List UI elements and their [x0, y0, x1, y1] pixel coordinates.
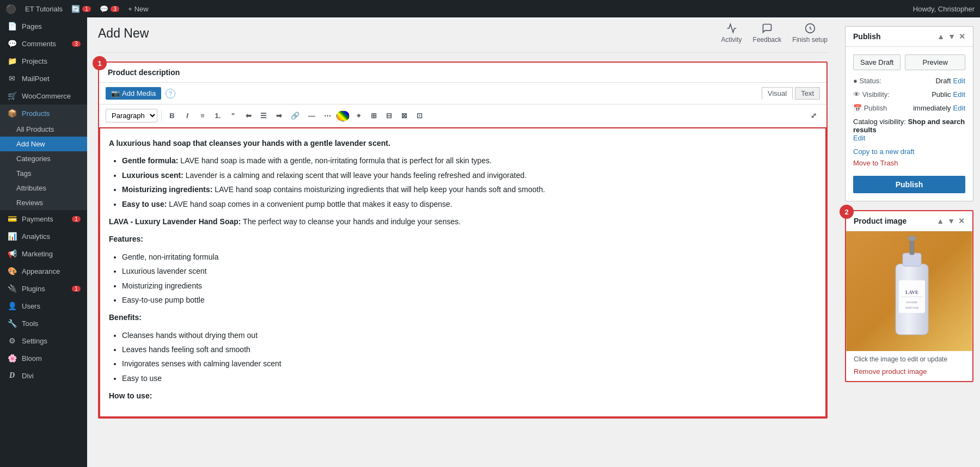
sidebar-item-settings[interactable]: ⚙ Settings: [0, 332, 87, 349]
product-image-preview[interactable]: LAVE lavender hand soap: [846, 231, 972, 351]
visual-tab[interactable]: Visual: [762, 87, 793, 100]
sidebar-item-pages[interactable]: 📄 Pages: [0, 17, 87, 35]
schedule-edit-link[interactable]: Edit: [953, 104, 965, 112]
align-center-button[interactable]: ☰: [257, 109, 270, 122]
admin-bar: ⚫ ET Tutorials 🔄 1 💬 3 + New Howdy, Chri…: [0, 0, 980, 17]
sidebar-item-marketing[interactable]: 📢 Marketing: [0, 245, 87, 262]
sidebar-item-users-label: Users: [22, 302, 40, 310]
special-char-button-2[interactable]: ⊞: [367, 109, 380, 122]
admin-bar-new[interactable]: + New: [128, 5, 149, 13]
editor-toolbar: Paragraph B I ≡ 1. " ⬅ ☰ ➡ 🔗 — ⋯ ⌖ ⊞: [99, 105, 826, 127]
catalog-edit-link[interactable]: Edit: [853, 134, 865, 142]
sidebar-item-comments[interactable]: 💬 Comments 3: [0, 35, 87, 52]
move-trash-link[interactable]: Move to Trash: [853, 159, 965, 167]
italic-button[interactable]: I: [181, 109, 194, 122]
collapse-up-icon[interactable]: ▲: [937, 32, 945, 41]
feedback-button[interactable]: Feedback: [753, 23, 782, 44]
special-char-button-3[interactable]: ⊟: [382, 109, 395, 122]
status-row: ● Status: Draft Edit: [853, 77, 965, 85]
add-media-button[interactable]: 📷 Add Media: [106, 87, 161, 100]
status-value: Draft Edit: [935, 77, 965, 85]
blockquote-button[interactable]: ": [226, 109, 240, 122]
status-edit-link[interactable]: Edit: [953, 77, 965, 85]
sidebar-item-appearance[interactable]: 🎨 Appearance: [0, 262, 87, 280]
image-panel-collapse-up[interactable]: ▲: [936, 217, 944, 225]
add-new-label: Add New: [16, 140, 45, 148]
editor-content[interactable]: A luxurious hand soap that cleanses your…: [99, 127, 826, 417]
finish-setup-button[interactable]: Finish setup: [792, 23, 828, 44]
add-media-bar: 📷 Add Media ? Visual Text: [99, 83, 826, 105]
schedule-row: 📅 Publish immediately Edit: [853, 104, 965, 112]
sidebar-item-payments[interactable]: 💳 Payments 1: [0, 210, 87, 228]
activity-label: Activity: [721, 36, 742, 44]
remove-product-image-link[interactable]: Remove product image: [846, 367, 972, 381]
sidebar-item-divi[interactable]: D Divi: [0, 367, 87, 384]
image-panel-collapse-down[interactable]: ▼: [947, 217, 955, 225]
product-image-panel-controls[interactable]: ▲ ▼ ✕: [936, 217, 965, 225]
expand-button[interactable]: ⤢: [807, 109, 820, 122]
sidebar-item-users[interactable]: 👤 Users: [0, 297, 87, 315]
catalog-visibility-row: Catalog visibility: Shop and search resu…: [853, 118, 965, 142]
categories-label: Categories: [16, 155, 51, 163]
align-left-button[interactable]: ⬅: [242, 109, 255, 122]
product-image-title: Product image: [854, 217, 906, 225]
sidebar-item-bloom-label: Bloom: [22, 354, 42, 362]
status-icon: ●: [853, 77, 857, 85]
schedule-value-text: immediately: [913, 104, 951, 112]
activity-button[interactable]: Activity: [721, 23, 742, 44]
sidebar-item-attributes[interactable]: Attributes: [0, 181, 87, 195]
editor-wrapper: 1 Product description 📷 Add Media ? Visu…: [98, 62, 828, 419]
color-button[interactable]: [336, 110, 350, 121]
visibility-edit-link[interactable]: Edit: [953, 90, 965, 99]
text-tab[interactable]: Text: [795, 87, 820, 100]
unordered-list-button[interactable]: ≡: [196, 109, 209, 122]
wp-logo[interactable]: ⚫: [5, 4, 16, 14]
visibility-value-text: Public: [932, 90, 951, 99]
copy-draft-link[interactable]: Copy to a new draft: [853, 148, 965, 156]
plugins-badge: 1: [72, 286, 81, 292]
sidebar-item-projects[interactable]: 📁 Projects: [0, 52, 87, 70]
link-button[interactable]: 🔗: [287, 109, 303, 122]
plus-icon: +: [128, 5, 132, 13]
sidebar-item-woocommerce[interactable]: 🛒 WooCommerce: [0, 87, 87, 105]
toolbar-toggle-button[interactable]: ⋯: [321, 109, 334, 122]
mailpoet-icon: ✉: [7, 74, 17, 83]
product-image-container: 2 Product image ▲ ▼ ✕: [845, 210, 973, 382]
close-panel-icon[interactable]: ✕: [959, 32, 965, 41]
help-icon[interactable]: ?: [166, 89, 175, 99]
sidebar-item-categories[interactable]: Categories: [0, 151, 87, 166]
save-draft-button[interactable]: Save Draft: [853, 54, 901, 70]
publish-button[interactable]: Publish: [853, 176, 965, 193]
sidebar-item-marketing-label: Marketing: [22, 250, 53, 258]
sidebar-item-tools[interactable]: 🔧 Tools: [0, 315, 87, 332]
sidebar-item-analytics[interactable]: 📊 Analytics: [0, 228, 87, 245]
sidebar-item-bloom[interactable]: 🌸 Bloom: [0, 349, 87, 367]
publish-panel-controls[interactable]: ▲ ▼ ✕: [937, 32, 965, 41]
sidebar-item-all-products[interactable]: All Products: [0, 122, 87, 137]
paragraph-select[interactable]: Paragraph: [106, 109, 157, 122]
insert-more-button[interactable]: —: [305, 109, 318, 122]
sidebar-item-products[interactable]: 📦 Products: [0, 105, 87, 122]
sidebar-item-add-new[interactable]: Add New: [0, 137, 87, 151]
collapse-down-icon[interactable]: ▼: [948, 32, 955, 41]
sidebar-item-tags[interactable]: Tags: [0, 166, 87, 181]
align-right-button[interactable]: ➡: [272, 109, 285, 122]
admin-bar-site[interactable]: ET Tutorials: [25, 5, 63, 13]
ordered-list-button[interactable]: 1.: [211, 109, 224, 122]
special-char-button-5[interactable]: ⊡: [413, 109, 426, 122]
sidebar-item-mailpoet[interactable]: ✉ MailPoet: [0, 70, 87, 87]
admin-bar-comments[interactable]: 💬 3: [100, 5, 119, 13]
image-panel-close[interactable]: ✕: [958, 217, 965, 225]
finish-setup-label: Finish setup: [792, 36, 828, 44]
calendar-icon: 📅: [853, 104, 862, 112]
feature-3: Moisturizing ingredients: [122, 280, 817, 292]
sidebar-item-reviews[interactable]: Reviews: [0, 195, 87, 210]
admin-bar-updates[interactable]: 🔄 1: [71, 5, 91, 13]
editor-section-title: Product description: [99, 63, 826, 83]
special-char-button-1[interactable]: ⌖: [352, 109, 365, 122]
bold-button[interactable]: B: [166, 109, 179, 122]
sidebar-item-plugins[interactable]: 🔌 Plugins 1: [0, 280, 87, 297]
preview-button[interactable]: Preview: [905, 54, 965, 70]
special-char-button-4[interactable]: ⊠: [397, 109, 411, 122]
plugins-icon: 🔌: [7, 284, 17, 293]
